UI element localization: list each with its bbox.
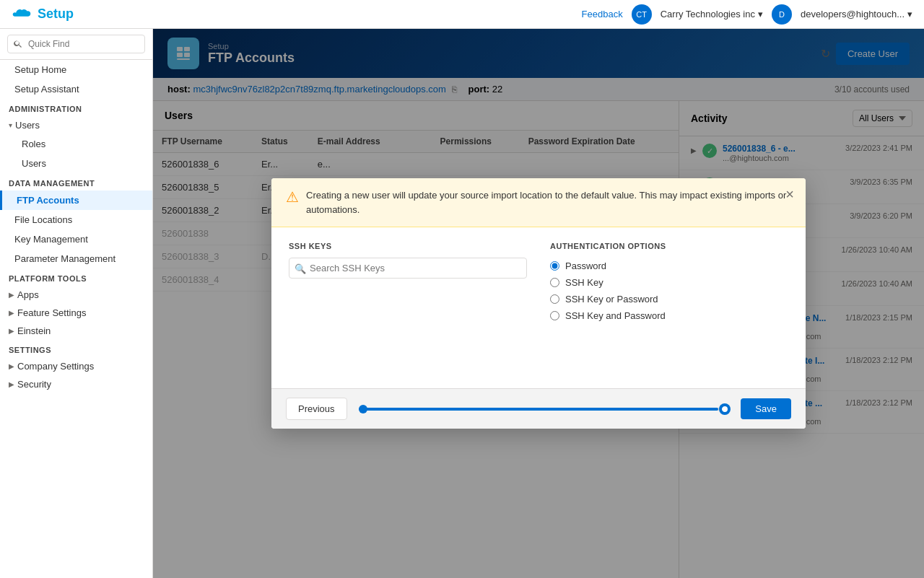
auth-option-item: SSH Key or Password [550,291,788,307]
user-avatar: D [772,4,792,25]
auth-radio-ssh-key-and-password[interactable] [550,311,559,320]
modal-body: SSH KEYS 🔍 AUTHENTICATION OPTIONS Passwo… [271,227,806,388]
sidebar-item-ftp-accounts[interactable]: FTP Accounts [0,191,152,210]
previous-button[interactable]: Previous [286,398,347,420]
save-button[interactable]: Save [741,398,791,419]
app-title: Setup [38,6,74,22]
sidebar-item-file-locations[interactable]: File Locations [0,210,152,229]
einstein-toggle[interactable]: ▶ Einstein [0,322,152,340]
search-input[interactable] [7,35,145,53]
security-toggle[interactable]: ▶ Security [0,375,152,393]
progress-end-dot [720,405,729,413]
modal-footer: Previous Save [271,388,806,429]
ssh-search-container: 🔍 [289,258,527,279]
sidebar-search-container [0,29,152,60]
main-content: Setup FTP Accounts ↻ Create User host: m… [153,29,924,578]
chevron-right-icon: ▶ [9,291,14,299]
modal-warning: ⚠ Creating a new user will update your s… [271,178,806,227]
ssh-search-input[interactable] [289,258,527,279]
platform-tools-header: Platform Tools [0,268,152,286]
chevron-right-icon-5: ▶ [9,380,14,388]
users-group-toggle[interactable]: ▾ Users [0,116,152,134]
auth-options-list: Password SSH Key SSH Key or Password SSH… [550,258,788,324]
auth-option-label: SSH Key or Password [565,294,658,305]
sidebar-item-users[interactable]: Users [0,154,152,173]
company-settings-toggle[interactable]: ▶ Company Settings [0,357,152,375]
auth-option-item: SSH Key [550,274,788,291]
auth-radio-ssh-key-or-password[interactable] [550,294,559,304]
chevron-right-icon-3: ▶ [9,327,14,335]
auth-option-label: SSH Key and Password [565,310,666,321]
auth-option-label: SSH Key [565,277,603,288]
settings-header: Settings [0,340,152,357]
org-selector[interactable]: Carry Technologies inc ▾ [661,9,763,19]
warning-icon: ⚠ [286,188,299,206]
ssh-keys-section: SSH KEYS 🔍 [289,242,527,374]
warning-text: Creating a new user will update your sou… [306,188,791,216]
feature-settings-toggle[interactable]: ▶ Feature Settings [0,304,152,322]
modal-close-button[interactable]: × [785,187,794,201]
sidebar: Setup Home Setup Assistant Administratio… [0,29,153,578]
progress-fill [359,408,718,411]
progress-track [359,408,730,411]
apps-toggle[interactable]: ▶ Apps [0,286,152,304]
auth-option-item: SSH Key and Password [550,307,788,324]
salesforce-logo [12,8,32,21]
user-selector[interactable]: developers@hightouch... ▾ [801,9,912,19]
search-icon: 🔍 [295,263,306,273]
auth-options-label: AUTHENTICATION OPTIONS [550,242,788,250]
sidebar-item-setup-assistant[interactable]: Setup Assistant [0,79,152,99]
auth-option-item: Password [550,258,788,274]
administration-header: Administration [0,99,152,116]
modal-overlay: ⚠ Creating a new user will update your s… [153,29,924,578]
chevron-down-icon: ▾ [9,121,12,129]
main-layout: Setup Home Setup Assistant Administratio… [0,29,924,578]
sidebar-item-roles[interactable]: Roles [0,134,152,154]
chevron-right-icon-4: ▶ [9,362,14,370]
org-avatar: CT [632,4,652,25]
auth-radio-password[interactable] [550,261,559,271]
nav-left: Setup [12,6,74,22]
sidebar-item-setup-home[interactable]: Setup Home [0,60,152,79]
feedback-link[interactable]: Feedback [582,9,623,19]
auth-options-section: AUTHENTICATION OPTIONS Password SSH Key … [550,242,788,374]
auth-radio-ssh-key[interactable] [550,278,559,287]
ssh-keys-label: SSH KEYS [289,242,527,250]
ssh-keys-list [289,287,527,374]
sidebar-item-parameter-management[interactable]: Parameter Management [0,249,152,268]
nav-right: Feedback CT Carry Technologies inc ▾ D d… [582,4,912,25]
progress-start-dot [359,405,367,413]
modal: ⚠ Creating a new user will update your s… [271,178,806,429]
chevron-right-icon-2: ▶ [9,309,14,317]
progress-bar [359,408,730,411]
sidebar-item-key-management[interactable]: Key Management [0,229,152,249]
top-nav: Setup Feedback CT Carry Technologies inc… [0,0,924,29]
data-management-header: Data Management [0,173,152,191]
auth-option-label: Password [565,260,606,271]
